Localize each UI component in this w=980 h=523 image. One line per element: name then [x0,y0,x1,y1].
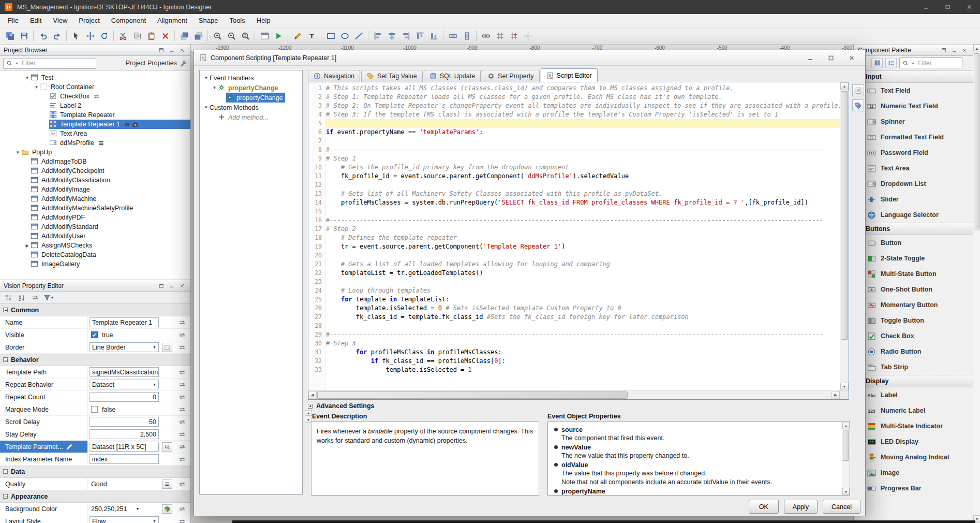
code-line[interactable] [326,181,840,190]
code-line[interactable]: for template in templateList: [326,295,840,304]
tree-item-deletecatalogdata[interactable]: DeleteCatalogData [0,250,190,259]
scroll-down-icon[interactable]: ▼ [842,488,850,495]
palette-item-password-field[interactable]: Password Field [854,145,973,161]
prop-field-index-parameter-name[interactable]: index [90,454,159,464]
tree-item-addmodifyuser[interactable]: AddModifyUser [0,231,190,241]
code-line[interactable]: profileMsClasses = system.db.runPrepQuer… [326,198,840,207]
property-row-marquee-mode[interactable]: Marquee Modefalse [0,403,190,416]
code-line[interactable]: if fk_class_id == profileMsClass[0]: [326,357,840,366]
code-line[interactable]: # Defines the template repeater [326,234,840,242]
tree-item-test[interactable]: ▼Test [0,73,190,82]
code-line[interactable]: template.isSelected = 1 [326,366,840,374]
binding-link-button[interactable] [174,341,190,353]
binding-link-button[interactable] [174,503,190,515]
property-row-layout-style[interactable]: Layout StyleFlow▼ [0,515,190,523]
float-panel-button[interactable] [157,46,166,54]
align-right-icon[interactable] [399,29,412,42]
close-panel-button[interactable] [177,46,186,54]
binding-link-button[interactable] [174,316,190,328]
code-line[interactable]: # Gets list of all Machinery Safety Clas… [326,190,840,198]
binding-link-button[interactable] [174,515,190,523]
tree-item-addmodifycheckpoint[interactable]: AddModifyCheckpoint [0,166,190,176]
show-bindings-button[interactable] [29,293,41,303]
prop-dropdown-repeat-behavior[interactable]: Dataset▼ [90,380,159,389]
palette-item-text-field[interactable]: Text Field [854,83,973,98]
scroll-left-icon[interactable]: ◀ [308,391,317,399]
color-wheel-button[interactable] [162,504,172,514]
code-line[interactable]: #---------------------------------------… [326,330,840,339]
border-editor-button[interactable] [162,343,172,352]
scroll-right-icon[interactable]: ▶ [831,391,840,399]
prop-dropdown-border[interactable]: Line Border▼ [90,342,159,352]
apply-button[interactable]: Apply [784,500,818,514]
float-panel-button[interactable] [939,46,948,54]
prop-field-template-paramet[interactable]: Dataset [11R x 5C] [90,442,159,452]
property-row-index-parameter-name[interactable]: Index Parameter Nameindex [0,453,190,466]
code-line[interactable]: fk_profile_id = event.source.parent.getC… [326,172,840,181]
tab-sql-update[interactable]: SQL Update [424,70,481,82]
tree-item-label-2[interactable]: Label 2 [0,101,190,110]
code-line[interactable] [326,322,840,330]
property-row-name[interactable]: NameTemplate Repeater 1 [0,316,190,329]
palette-item-dropdown-list[interactable]: Dropdown List [854,176,973,192]
palette-item-language-selector[interactable]: Language Selector [854,207,973,223]
align-top-icon[interactable] [413,29,426,42]
menu-shape[interactable]: Shape [193,14,224,27]
palette-item-radio-button[interactable]: Radio Button [854,344,973,359]
palette-scrollbar[interactable]: ▲ ▼ [973,45,980,523]
align-left-icon[interactable] [371,29,384,42]
tab-set-tag-value[interactable]: Set Tag Value [361,70,423,82]
code-area[interactable]: # This scripts takes all MS classes (cla… [326,82,840,390]
dialog-minimize-button[interactable] [804,53,816,63]
scroll-up-icon[interactable]: ▲ [973,45,980,52]
paste-icon[interactable] [144,29,158,42]
grid-icon[interactable] [493,29,507,42]
menu-edit[interactable]: Edit [24,14,47,27]
code-line[interactable]: # This scripts takes all MS classes (cla… [326,84,840,93]
scrollbar-thumb[interactable] [974,53,979,229]
code-line[interactable]: #---------------------------------------… [326,216,840,225]
text-tool-icon[interactable]: T [305,29,318,42]
menu-file[interactable]: File [2,14,24,27]
code-line[interactable]: tr = event.source.parent.getComponent('T… [326,242,840,251]
tree-item-addmodifymachine[interactable]: AddModifyMachine [0,194,190,204]
float-panel-button[interactable] [157,282,166,289]
palette-item-multi-state-indicator[interactable]: Multi-State Indicator [854,418,973,434]
code-line[interactable]: # Step 3: If the template (MS class) is … [326,110,840,119]
tree-item-checkbox[interactable]: CheckBox [0,92,190,101]
palette-item-spinner[interactable]: Spinner [854,114,973,129]
palette-item-numeric-text-field[interactable]: 12Numeric Text Field [854,98,973,114]
binding-link-button[interactable] [174,453,190,465]
categorize-button[interactable] [3,293,14,303]
close-panel-button[interactable] [960,46,969,54]
minimize-button[interactable] [915,0,937,14]
dropdown-arrow-icon[interactable]: ▼ [136,507,140,511]
z-lower-icon[interactable] [191,29,205,42]
shape-rect-icon[interactable] [324,29,337,42]
palette-item-momentary-button[interactable]: Momentary Button [854,297,973,313]
binding-link-button[interactable] [174,428,190,440]
prop-dropdown-layout-style[interactable]: Flow▼ [90,516,159,523]
shape-ellipse-icon[interactable] [338,29,351,42]
expander-down-icon[interactable]: ▼ [33,85,40,90]
code-line[interactable]: # Step 1: Template Repeater loads all MS… [326,93,840,101]
property-reference-button[interactable] [852,99,864,111]
tree-item-addmodifyimage[interactable]: AddModifyImage [0,185,190,194]
palette-item-tab-strip[interactable]: Tab Strip [854,359,973,375]
close-button[interactable] [958,0,980,14]
property-row-template-path[interactable]: Template PathsignedMsClassification▼ [0,366,190,379]
code-line[interactable]: # Gets the profile_id primary key from t… [326,163,840,172]
handler-item-propertychange[interactable]: ▼propertyChange [200,83,302,93]
palette-item-text-area[interactable]: Text Area [854,161,973,176]
tree-item-template-repeater[interactable]: Template Repeater [0,110,190,120]
size-width-icon[interactable] [446,29,459,42]
menu-view[interactable]: View [47,14,73,27]
expander-right-icon[interactable]: ▶ [24,243,31,248]
code-line[interactable]: for profileMsClass in profileMsClasses: [326,348,840,357]
collapse-icon[interactable] [3,469,8,474]
tree-item-addmodifypdf[interactable]: AddModifyPDF [0,213,190,222]
expander-down-icon[interactable]: ▼ [211,85,218,90]
property-row-repeat-count[interactable]: Repeat Count0 [0,391,190,403]
code-line[interactable] [326,251,840,260]
binding-link-button[interactable] [174,329,190,341]
